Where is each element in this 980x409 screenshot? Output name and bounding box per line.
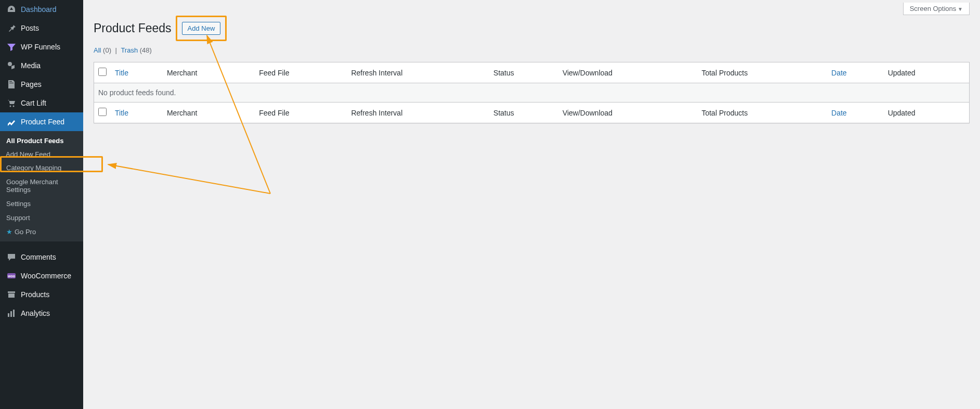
col-refresh-f: Refresh Interval xyxy=(347,103,489,123)
add-new-button[interactable]: Add New xyxy=(182,22,221,35)
menu-label: Media xyxy=(21,61,41,70)
page-icon xyxy=(6,79,17,90)
col-total: Total Products xyxy=(697,62,827,83)
menu-product-feed[interactable]: Product Feed xyxy=(0,112,83,131)
col-updated: Updated xyxy=(884,62,969,83)
page-header: Product Feeds Add New xyxy=(94,16,970,41)
col-title-f[interactable]: Title xyxy=(111,103,163,123)
svg-point-2 xyxy=(13,106,15,107)
cartlift-icon xyxy=(6,98,17,108)
menu-pages[interactable]: Pages xyxy=(0,75,83,94)
svg-point-1 xyxy=(10,106,11,107)
col-date[interactable]: Date xyxy=(827,62,884,83)
menu-label: Posts xyxy=(21,24,39,32)
menu-wpfunnels[interactable]: WP Funnels xyxy=(0,37,83,56)
col-view-f: View/Download xyxy=(558,103,698,123)
feed-table: Title Merchant Feed File Refresh Interva… xyxy=(94,62,970,123)
submenu-product-feed: All Product Feeds Add New Feed Category … xyxy=(0,131,83,134)
filter-trash[interactable]: Trash xyxy=(121,46,138,54)
chart-icon xyxy=(6,117,17,127)
screen-options-button[interactable]: Screen Options xyxy=(903,3,970,15)
menu-dashboard[interactable]: Dashboard xyxy=(0,0,83,19)
col-updated-f: Updated xyxy=(884,103,969,123)
gauge-icon xyxy=(6,4,17,15)
col-feed-file: Feed File xyxy=(255,62,347,83)
filter-links: All (0) | Trash (48) xyxy=(94,46,970,54)
col-total-f: Total Products xyxy=(697,103,827,123)
col-title[interactable]: Title xyxy=(111,62,163,83)
col-feed-file-f: Feed File xyxy=(255,103,347,123)
menu-cartlift[interactable]: Cart Lift xyxy=(0,94,83,112)
col-merchant-f: Merchant xyxy=(163,103,255,123)
pin-icon xyxy=(6,23,17,33)
svg-point-0 xyxy=(8,62,12,66)
col-status: Status xyxy=(489,62,558,83)
col-view: View/Download xyxy=(558,62,698,83)
col-check-footer xyxy=(94,103,111,123)
admin-sidebar: Dashboard Posts WP Funnels Media Pages C… xyxy=(0,0,83,134)
menu-label: Cart Lift xyxy=(21,99,46,107)
media-icon xyxy=(6,60,17,71)
menu-label: Product Feed xyxy=(21,118,64,126)
select-all-checkbox[interactable] xyxy=(98,68,107,76)
menu-label: Pages xyxy=(21,80,42,88)
filter-sep: | xyxy=(115,46,117,54)
menu-label: Dashboard xyxy=(21,5,57,14)
main-content: Screen Options Product Feeds Add New All… xyxy=(83,0,980,134)
col-date-f[interactable]: Date xyxy=(827,103,884,123)
col-status-f: Status xyxy=(489,103,558,123)
menu-label: WP Funnels xyxy=(21,43,60,51)
filter-all-count: (0) xyxy=(103,46,111,54)
add-new-highlight: Add New xyxy=(176,16,227,41)
menu-media[interactable]: Media xyxy=(0,56,83,75)
empty-row: No product feeds found. xyxy=(94,83,969,103)
filter-all[interactable]: All xyxy=(94,46,101,54)
page-title: Product Feeds xyxy=(94,21,172,35)
col-merchant: Merchant xyxy=(163,62,255,83)
col-refresh: Refresh Interval xyxy=(347,62,489,83)
col-check-header xyxy=(94,62,111,83)
select-all-checkbox-footer[interactable] xyxy=(98,108,107,116)
menu-posts[interactable]: Posts xyxy=(0,19,83,37)
funnel-icon xyxy=(6,42,17,52)
filter-trash-count: (48) xyxy=(140,46,152,54)
